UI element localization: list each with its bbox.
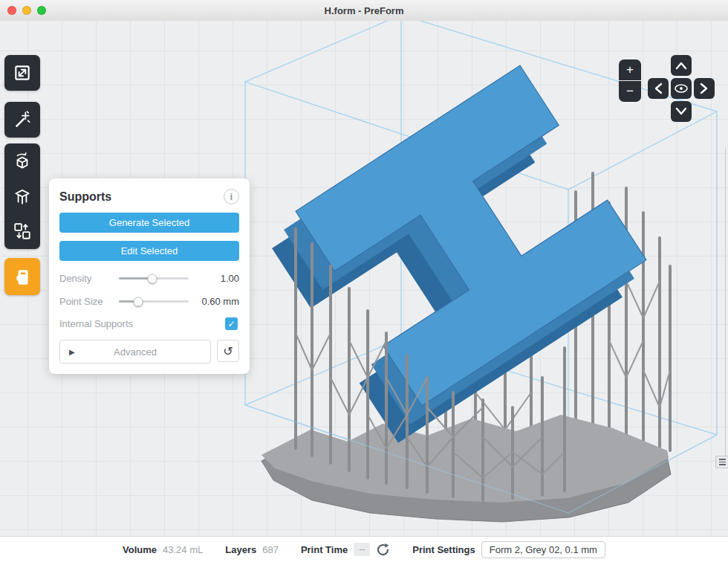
model-h[interactable] [272, 65, 646, 443]
orient-tool-button[interactable] [4, 143, 40, 178]
one-click-print-tool-button[interactable] [4, 102, 40, 138]
pan-up-button[interactable] [671, 55, 692, 76]
traffic-lights [7, 6, 46, 15]
edit-selected-button[interactable]: Edit Selected [59, 241, 239, 261]
layout-swap-icon [13, 222, 32, 241]
cartridge-icon [13, 267, 32, 286]
tool-group [4, 143, 40, 249]
point-size-row: Point Size 0.60 mm [59, 296, 239, 307]
print-time-label: Print Time [301, 544, 348, 555]
zoom-in-button[interactable]: + [619, 59, 641, 80]
density-value: 1.00 [195, 273, 239, 284]
layer-slider-track[interactable] [725, 147, 726, 456]
print-time-value: -- [354, 543, 370, 556]
checkmark-icon: ✓ [227, 319, 235, 329]
point-size-value: 0.60 mm [195, 296, 239, 307]
volume-label: Volume [123, 544, 157, 555]
supports-panel-title: Supports [59, 190, 111, 204]
point-size-slider[interactable] [119, 300, 189, 303]
window-titlebar: H.form - PreForm [0, 0, 728, 22]
reset-supports-button[interactable]: ↺ [217, 340, 239, 362]
internal-supports-row: Internal Supports ✓ [59, 317, 239, 330]
print-settings-dropdown[interactable]: Form 2, Grey 02, 0.1 mm [481, 541, 605, 558]
print-button[interactable] [4, 258, 40, 295]
pan-left-button[interactable] [648, 78, 669, 99]
print-settings-label: Print Settings [412, 544, 475, 555]
supports-tool-button[interactable] [4, 178, 40, 213]
zoom-window-button[interactable] [37, 6, 46, 15]
pan-down-button[interactable] [671, 101, 692, 122]
view-dpad[interactable] [648, 55, 715, 122]
volume-group: Volume 43.24 mL [123, 544, 203, 555]
internal-supports-label: Internal Supports [59, 318, 133, 329]
layout-tool-button[interactable] [4, 214, 40, 249]
layer-slider-handle[interactable] [715, 456, 728, 468]
zoom-control: + − [619, 59, 641, 102]
refresh-print-time-button[interactable] [376, 543, 390, 557]
minimize-window-button[interactable] [22, 6, 31, 15]
layers-group: Layers 687 [225, 544, 279, 555]
supports-panel: Supports i Generate Selected Edit Select… [49, 178, 250, 374]
advanced-label: Advanced [114, 346, 157, 358]
status-bar: Volume 43.24 mL Layers 687 Print Time --… [0, 536, 728, 562]
point-size-label: Point Size [59, 296, 113, 307]
layers-value: 687 [262, 544, 279, 555]
window-title: H.form - PreForm [325, 5, 404, 16]
zoom-out-button[interactable]: − [619, 81, 641, 102]
pan-right-button[interactable] [694, 78, 715, 99]
density-slider[interactable] [119, 277, 189, 280]
volume-value: 43.24 mL [163, 544, 203, 555]
print-time-group: Print Time -- [301, 543, 390, 557]
info-icon[interactable]: i [224, 189, 239, 204]
density-row: Density 1.00 [59, 273, 239, 284]
point-size-slider-thumb[interactable] [134, 297, 143, 306]
close-window-button[interactable] [7, 6, 16, 15]
size-scale-icon [13, 63, 32, 83]
advanced-expander-button[interactable]: ▶ Advanced [59, 340, 211, 364]
layers-label: Layers [225, 544, 256, 555]
size-tool-button[interactable] [4, 55, 40, 91]
density-slider-thumb[interactable] [148, 274, 157, 283]
play-triangle-icon: ▶ [69, 348, 75, 356]
orient-cube-icon [13, 152, 32, 171]
generate-selected-button[interactable]: Generate Selected [59, 213, 239, 233]
magic-wand-icon [13, 110, 32, 129]
internal-supports-checkbox[interactable]: ✓ [225, 317, 238, 330]
refresh-icon [376, 543, 390, 557]
reset-icon: ↺ [223, 344, 233, 358]
density-label: Density [59, 273, 113, 284]
preform-window: H.form - PreForm [0, 0, 728, 562]
supports-icon [13, 187, 32, 206]
print-settings-group: Print Settings Form 2, Grey 02, 0.1 mm [412, 541, 605, 558]
